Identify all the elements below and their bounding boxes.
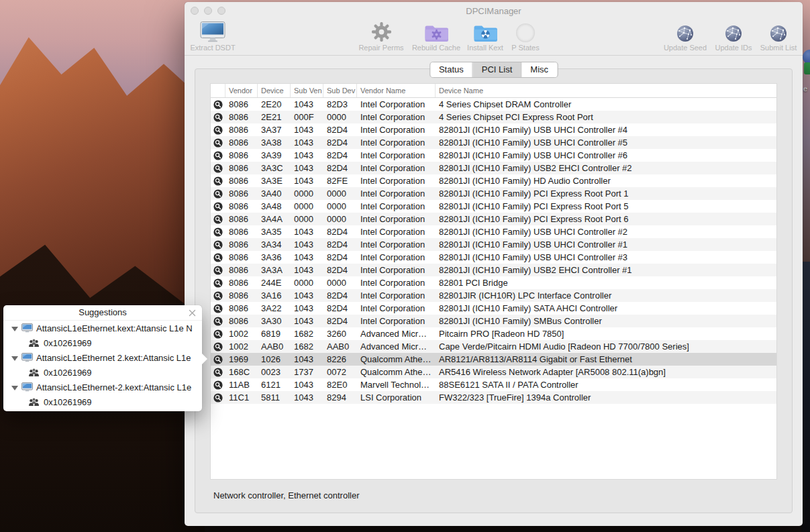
table-row[interactable]: 8086 244E 0000 0000 Intel Corporation 82… <box>211 276 776 289</box>
cell-sub-ven: 1043 <box>291 149 323 162</box>
suggestion-id-item[interactable]: 0x10261969 <box>3 335 202 350</box>
cell-device-name: 82801JIR (ICH10R) LPC Interface Controll… <box>436 289 776 302</box>
table-row[interactable]: 8086 3A38 1043 82D4 Intel Corporation 82… <box>211 136 776 149</box>
table-row[interactable]: 1969 1026 1043 8226 Qualcomm Athe… AR812… <box>211 353 776 366</box>
header-sub-dev[interactable]: Sub Dev <box>323 84 357 97</box>
row-inspect-button[interactable] <box>211 123 225 136</box>
row-inspect-button[interactable] <box>211 225 225 238</box>
cell-device: 6819 <box>258 327 291 340</box>
table-row[interactable]: 8086 3A16 1043 82D4 Intel Corporation 82… <box>211 289 776 302</box>
suggestion-kext-item[interactable]: AttansicL1eEthernet-2.kext:Attansic L1e <box>3 380 202 394</box>
row-inspect-button[interactable] <box>211 174 225 187</box>
row-inspect-button[interactable] <box>211 213 225 225</box>
row-inspect-button[interactable] <box>211 264 225 276</box>
header-device-name[interactable]: Device Name <box>436 84 776 97</box>
disclosure-triangle-icon[interactable] <box>11 386 18 390</box>
tab-misc[interactable]: Misc <box>521 62 557 77</box>
tab-status[interactable]: Status <box>430 62 473 77</box>
extract-dsdt-button[interactable]: Extract DSDT <box>181 19 245 52</box>
table-row[interactable]: 1002 AAB0 1682 AAB0 Advanced Micr… Cape … <box>211 340 776 353</box>
header-vendor-name[interactable]: Vendor Name <box>357 84 436 97</box>
cell-vendor-name: Marvell Technol… <box>357 378 436 391</box>
row-inspect-button[interactable] <box>211 238 225 251</box>
table-row[interactable]: 8086 2E21 000F 0000 Intel Corporation 4 … <box>211 111 776 123</box>
table-row[interactable]: 11AB 6121 1043 82E0 Marvell Technol… 88S… <box>211 378 776 391</box>
row-inspect-button[interactable] <box>211 200 225 213</box>
disclosure-triangle-icon[interactable] <box>11 356 18 361</box>
row-inspect-button[interactable] <box>211 378 225 391</box>
table-row[interactable]: 8086 3A35 1043 82D4 Intel Corporation 82… <box>211 225 776 238</box>
table-row[interactable]: 8086 3A37 1043 82D4 Intel Corporation 82… <box>211 123 776 136</box>
row-inspect-button[interactable] <box>211 276 225 289</box>
cell-sub-dev: 82D4 <box>323 162 357 174</box>
row-inspect-button[interactable] <box>211 162 225 174</box>
magnifier-icon <box>213 227 223 237</box>
header-sub-ven[interactable]: Sub Ven <box>291 84 323 97</box>
cell-sub-ven: 0000 <box>291 187 323 200</box>
titlebar[interactable]: DPCIManager <box>185 2 803 18</box>
table-row[interactable]: 8086 3A40 0000 0000 Intel Corporation 82… <box>211 187 776 200</box>
row-inspect-button[interactable] <box>211 149 225 162</box>
header-vendor[interactable]: Vendor <box>225 84 258 97</box>
suggestion-id-item[interactable]: 0x10261969 <box>3 365 202 380</box>
magnifier-icon <box>213 380 223 390</box>
disclosure-triangle-icon[interactable] <box>11 327 18 331</box>
row-inspect-button[interactable] <box>211 302 225 315</box>
row-inspect-button[interactable] <box>211 289 225 302</box>
cell-vendor: 8086 <box>225 149 258 162</box>
suggestion-kext-item[interactable]: AttansicL1eEthernet 2.kext:Attansic L1e <box>3 350 202 365</box>
row-inspect-button[interactable] <box>211 98 225 111</box>
p-states-label: P States <box>511 44 539 52</box>
cell-sub-dev: AAB0 <box>323 340 357 353</box>
magnifier-icon <box>213 317 223 326</box>
row-inspect-button[interactable] <box>211 391 225 404</box>
imac-icon <box>200 19 225 42</box>
table-row[interactable]: 8086 3A22 1043 82D4 Intel Corporation 82… <box>211 302 776 315</box>
cell-sub-ven: 1043 <box>291 162 323 174</box>
submit-list-button[interactable]: Submit List <box>746 19 810 52</box>
close-icon <box>189 309 196 317</box>
table-row[interactable]: 8086 3A34 1043 82D4 Intel Corporation 82… <box>211 238 776 251</box>
window-title: DPCIManager <box>185 6 803 16</box>
magnifier-icon <box>213 151 223 160</box>
row-inspect-button[interactable] <box>211 353 225 366</box>
table-row[interactable]: 168C 0023 1737 0072 Qualcomm Athe… AR541… <box>211 366 776 378</box>
row-inspect-button[interactable] <box>211 340 225 353</box>
suggestion-id-item[interactable]: 0x10261969 <box>3 394 202 409</box>
tab-pci-list[interactable]: PCI List <box>473 62 522 77</box>
cell-sub-ven: 1043 <box>291 174 323 187</box>
table-row[interactable]: 8086 3A3A 1043 82D4 Intel Corporation 82… <box>211 264 776 276</box>
cell-vendor: 1002 <box>225 327 258 340</box>
table-row[interactable]: 8086 3A48 0000 0000 Intel Corporation 82… <box>211 200 776 213</box>
cell-vendor: 8086 <box>225 98 258 111</box>
row-inspect-button[interactable] <box>211 251 225 264</box>
table-row[interactable]: 8086 3A36 1043 82D4 Intel Corporation 82… <box>211 251 776 264</box>
table-row[interactable]: 8086 2E20 1043 82D3 Intel Corporation 4 … <box>211 98 776 111</box>
cell-vendor-name: Intel Corporation <box>357 315 436 327</box>
desktop-file-icon-lower[interactable] <box>804 62 810 74</box>
cell-vendor-name: Intel Corporation <box>357 225 436 238</box>
cell-sub-ven: 1043 <box>291 238 323 251</box>
row-inspect-button[interactable] <box>211 111 225 123</box>
row-inspect-button[interactable] <box>211 136 225 149</box>
row-inspect-button[interactable] <box>211 187 225 200</box>
table-row[interactable]: 8086 3A30 1043 82D4 Intel Corporation 82… <box>211 315 776 327</box>
table-row[interactable]: 1002 6819 1682 3260 Advanced Micr… Pitca… <box>211 327 776 340</box>
table-row[interactable]: 8086 3A4A 0000 0000 Intel Corporation 82… <box>211 213 776 225</box>
header-device[interactable]: Device <box>258 84 291 97</box>
cell-vendor-name: Advanced Micr… <box>357 327 436 340</box>
p-states-button[interactable]: P States <box>493 19 558 52</box>
suggestions-close-button[interactable] <box>187 308 197 317</box>
row-inspect-button[interactable] <box>211 327 225 340</box>
toolbar-separator <box>185 55 803 56</box>
table-row[interactable]: 8086 3A3E 1043 82FE Intel Corporation 82… <box>211 174 776 187</box>
cell-sub-dev: 82D4 <box>323 302 357 315</box>
table-row[interactable]: 8086 3A3C 1043 82D4 Intel Corporation 82… <box>211 162 776 174</box>
row-inspect-button[interactable] <box>211 315 225 327</box>
table-row[interactable]: 8086 3A39 1043 82D4 Intel Corporation 82… <box>211 149 776 162</box>
suggestion-kext-item[interactable]: AttansicL1eEthernet.kext:Attansic L1e N <box>3 321 202 335</box>
row-inspect-button[interactable] <box>211 366 225 378</box>
table-row[interactable]: 11C1 5811 1043 8294 LSI Corporation FW32… <box>211 391 776 404</box>
update-seed-label: Update Seed <box>664 44 707 52</box>
header-icon-col[interactable] <box>211 84 225 97</box>
